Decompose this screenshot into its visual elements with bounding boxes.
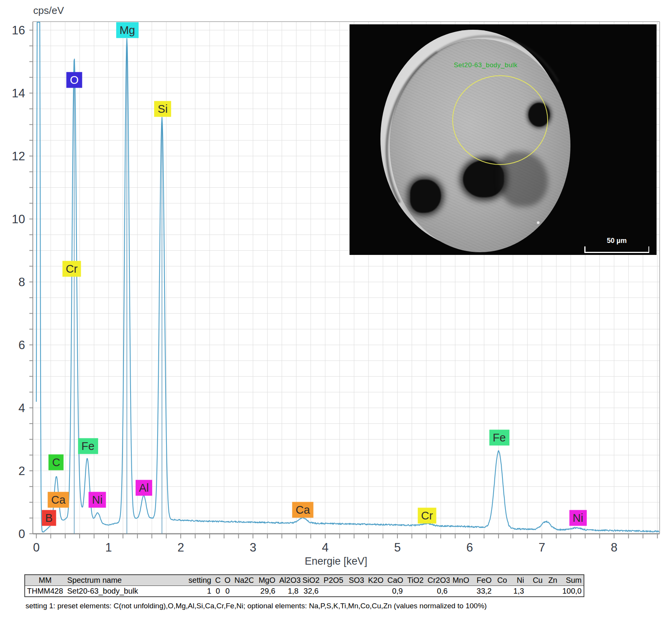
column-header-mgo: MgO	[253, 575, 277, 586]
element-label-b-0: B	[42, 510, 56, 526]
element-label-al-8: Al	[136, 480, 153, 496]
x-tick-label: 5	[394, 541, 400, 554]
y-tick-label: 2	[19, 464, 25, 478]
cell-spectrum-name: Set20-63_body_bulk	[65, 586, 179, 597]
column-header-spectrum-name: Spectrum name	[65, 575, 179, 586]
cell-c: 0	[213, 586, 222, 597]
element-label-o-5: O	[66, 72, 82, 88]
element-label-cr-11: Cr	[417, 507, 436, 523]
eds-spectrum-chart: 0123456780246810121416 cps/eV Energie [k…	[0, 0, 672, 568]
cell-tio2	[405, 586, 426, 597]
x-tick-label: 2	[177, 541, 184, 554]
column-header-co: Co	[494, 575, 509, 586]
cell-feo: 33,2	[471, 586, 494, 597]
x-tick-label: 7	[538, 541, 545, 554]
cell-cu	[526, 586, 545, 597]
column-header-cu: Cu	[526, 575, 545, 586]
column-header-cao: CaO	[385, 575, 405, 586]
y-tick-label: 16	[12, 24, 25, 37]
element-label-fe-12: Fe	[489, 429, 509, 445]
cell-setting: 1	[179, 586, 213, 597]
sem-dark-cavity	[463, 160, 504, 197]
column-header-na2o: Na2O	[232, 575, 253, 586]
table-header-row: MMSpectrum namesettingCONa2OMgOAl2O3SiO2…	[25, 575, 584, 586]
column-header-c: C	[213, 575, 222, 586]
element-label-si-9: Si	[154, 101, 171, 117]
cell-na2o	[232, 586, 253, 597]
column-header-mno: MnO	[450, 575, 471, 586]
column-header-al2o3: Al2O3	[277, 575, 300, 586]
cell-al2o3: 1,8	[277, 586, 300, 597]
cell-zn	[545, 586, 559, 597]
element-label-cr-6: Cr	[62, 261, 81, 277]
y-tick-label: 0	[19, 527, 25, 541]
y-tick-label: 6	[19, 338, 25, 352]
y-axis-unit-label: cps/eV	[33, 5, 64, 17]
column-header-sum: Sum	[559, 575, 584, 586]
x-axis-title: Energie [keV]	[0, 555, 672, 567]
x-tick-label: 8	[611, 541, 617, 554]
x-tick-label: 0	[33, 541, 39, 554]
cell-mno	[450, 586, 471, 597]
x-tick-label: 1	[105, 541, 112, 554]
sem-bright-speck	[537, 221, 540, 224]
column-header-p2o5: P2O5	[321, 575, 345, 586]
element-label-ca-1: Ca	[48, 492, 69, 507]
cell-co	[494, 586, 509, 597]
cell-mgo: 29,6	[253, 586, 277, 597]
column-header-sio2: SiO2	[300, 575, 321, 586]
column-header-setting: setting	[179, 575, 213, 586]
column-header-mm: MM	[25, 575, 65, 586]
element-label-c-2: C	[49, 454, 64, 470]
setting-footnote: setting 1: preset elements: C(not unfold…	[25, 602, 487, 610]
x-tick-label: 3	[249, 541, 256, 554]
column-header-feo: FeO	[471, 575, 494, 586]
column-header-tio2: TiO2	[405, 575, 426, 586]
element-label-ca-10: Ca	[292, 502, 313, 518]
scale-bar: 50 µm	[584, 237, 649, 253]
column-header-so3: SO3	[345, 575, 366, 586]
element-label-mg-7: Mg	[116, 22, 138, 38]
column-header-zn: Zn	[545, 575, 559, 586]
column-header-cr2o3: Cr2O3	[426, 575, 450, 586]
element-label-ni-13: Ni	[569, 510, 587, 526]
column-header-o: O	[222, 575, 232, 586]
analysis-region-label: Set20-63_body_bulk	[454, 61, 518, 69]
cell-mm: THMM428	[25, 586, 65, 597]
cell-p2o5	[321, 586, 345, 597]
cell-sum: 100,0	[559, 586, 584, 597]
y-tick-label: 10	[12, 212, 25, 226]
scale-bar-label: 50 µm	[584, 237, 649, 245]
cell-sio2: 32,6	[300, 586, 321, 597]
element-label-ni-4: Ni	[88, 492, 106, 507]
x-tick-label: 4	[322, 541, 328, 554]
cell-ni: 1,3	[509, 586, 526, 597]
column-header-ni: Ni	[509, 575, 526, 586]
analysis-region-circle	[452, 75, 548, 165]
cell-cr2o3: 0,6	[426, 586, 450, 597]
cell-k2o	[366, 586, 385, 597]
cell-o: 0	[222, 586, 232, 597]
cell-cao: 0,9	[385, 586, 405, 597]
column-header-k2o: K2O	[366, 575, 385, 586]
scale-bar-line	[584, 246, 649, 253]
x-tick-label: 6	[466, 541, 473, 554]
y-tick-label: 12	[12, 149, 25, 163]
table-row: THMM428Set20-63_body_bulk10029,61,832,60…	[25, 586, 584, 597]
cell-so3	[345, 586, 366, 597]
y-tick-label: 8	[19, 275, 25, 289]
y-tick-label: 4	[19, 401, 25, 415]
y-tick-label: 14	[12, 87, 25, 100]
sem-image-inset: Set20-63_body_bulk 50 µm	[350, 24, 657, 255]
element-label-fe-3: Fe	[78, 438, 98, 454]
quantification-table: MMSpectrum namesettingCONa2OMgOAl2O3SiO2…	[24, 574, 573, 597]
